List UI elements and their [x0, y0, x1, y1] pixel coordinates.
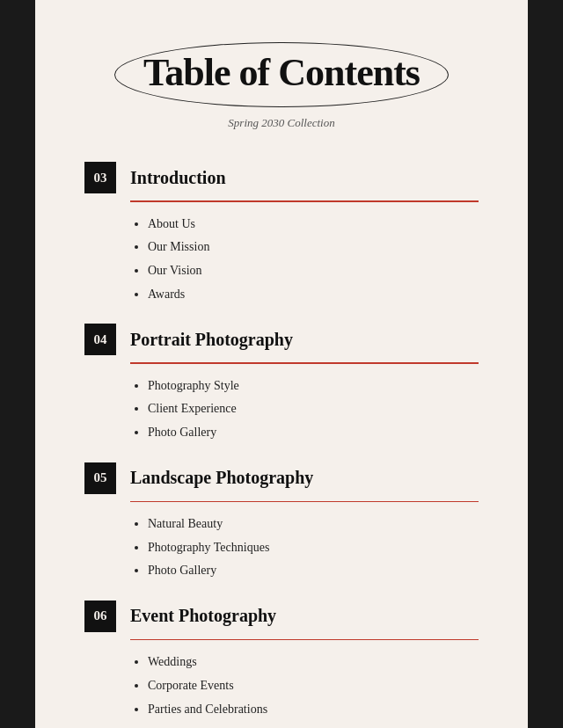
section-items-04: Photography StyleClient ExperiencePhoto … [84, 375, 479, 445]
subtitle: Spring 2030 Collection [84, 116, 479, 130]
toc-section-04: 04Portrait PhotographyPhotography StyleC… [84, 324, 479, 444]
list-item: Parties and Celebrations [148, 698, 479, 722]
section-number-03: 03 [84, 162, 116, 193]
section-divider-05 [130, 501, 479, 503]
list-item: Natural Beauty [148, 513, 479, 536]
list-item: Our Mission [148, 236, 479, 259]
toc-section-05: 05Landscape PhotographyNatural BeautyPho… [84, 462, 479, 583]
list-item: Photo Gallery [148, 421, 479, 445]
section-number-06: 06 [84, 601, 116, 632]
toc-section-03: 03IntroductionAbout UsOur MissionOur Vis… [84, 162, 479, 306]
section-header-06: 06Event Photography [84, 601, 479, 632]
list-item: Our Vision [148, 259, 479, 283]
section-divider-04 [130, 362, 479, 364]
section-divider-03 [130, 200, 479, 202]
section-header-03: 03Introduction [84, 162, 479, 193]
section-items-06: WeddingsCorporate EventsParties and Cele… [84, 651, 479, 721]
section-title-06: Event Photography [130, 606, 276, 626]
section-number-05: 05 [84, 462, 116, 494]
list-item: Weddings [148, 651, 479, 674]
list-item: About Us [148, 213, 479, 237]
list-item: Photography Style [148, 375, 479, 398]
title-oval: Table of Contents [114, 42, 449, 107]
list-item: Photography Techniques [148, 536, 479, 560]
section-header-04: 04Portrait Photography [84, 324, 479, 355]
main-title: Table of Contents [143, 52, 420, 94]
section-title-05: Landscape Photography [130, 468, 313, 488]
list-item: Corporate Events [148, 674, 479, 698]
list-item: Photo Gallery [148, 559, 479, 583]
section-header-05: 05Landscape Photography [84, 462, 479, 494]
section-divider-06 [130, 639, 479, 641]
list-item: Client Experience [148, 397, 479, 421]
section-items-05: Natural BeautyPhotography TechniquesPhot… [84, 513, 479, 583]
section-items-03: About UsOur MissionOur VisionAwards [84, 213, 479, 306]
page: Table of Contents Spring 2030 Collection… [35, 0, 528, 728]
header-section: Table of Contents Spring 2030 Collection [84, 42, 479, 130]
toc-section-06: 06Event PhotographyWeddingsCorporate Eve… [84, 601, 479, 721]
section-number-04: 04 [84, 324, 116, 355]
toc-container: 03IntroductionAbout UsOur MissionOur Vis… [84, 162, 479, 728]
section-title-03: Introduction [130, 168, 226, 188]
section-title-04: Portrait Photography [130, 330, 293, 350]
list-item: Awards [148, 283, 479, 307]
